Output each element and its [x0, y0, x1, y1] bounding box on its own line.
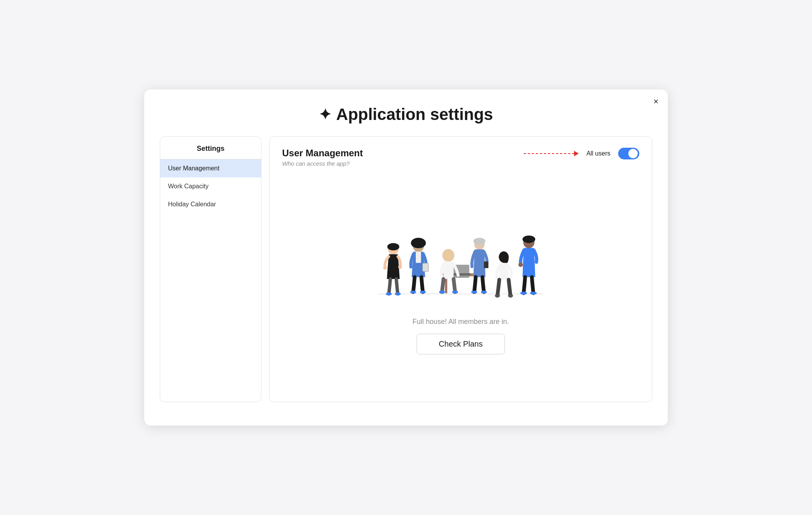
modal-container: × ✦ Application settings Settings User M…: [144, 89, 668, 426]
svg-point-11: [410, 290, 416, 293]
arrow-head: [574, 151, 579, 156]
svg-rect-9: [416, 251, 421, 263]
toggle-label: All users: [587, 150, 610, 157]
sidebar-header: Settings: [160, 137, 261, 159]
svg-point-12: [420, 290, 426, 293]
people-illustration: [363, 215, 558, 305]
svg-point-20: [452, 290, 458, 293]
sidebar-item-holiday-calendar[interactable]: Holiday Calendar: [160, 195, 261, 213]
svg-point-28: [508, 294, 513, 297]
all-users-toggle[interactable]: [618, 148, 639, 159]
main-panel: User Management Who can access the app? …: [269, 136, 652, 402]
svg-point-3: [383, 266, 387, 270]
panel-header: User Management Who can access the app? …: [282, 148, 639, 167]
panel-subtitle: Who can access the app?: [282, 160, 363, 167]
modal-title: ✦ Application settings: [160, 105, 652, 124]
svg-point-24: [471, 290, 477, 293]
dashed-line: [524, 153, 574, 154]
svg-point-2: [387, 243, 399, 250]
svg-rect-10: [422, 263, 428, 271]
close-button[interactable]: ×: [653, 97, 658, 106]
panel-header-right: All users: [524, 148, 639, 159]
dashed-arrow: [524, 151, 579, 156]
svg-point-18: [442, 249, 454, 262]
sidebar: Settings User Management Work Capacity H…: [160, 136, 261, 402]
svg-point-8: [411, 238, 426, 248]
panel-title-group: User Management Who can access the app?: [282, 148, 363, 167]
toggle-slider: [618, 148, 639, 159]
sidebar-item-work-capacity[interactable]: Work Capacity: [160, 177, 261, 195]
sparkle-icon: ✦: [319, 106, 331, 123]
illustration-text: Full house! All members are in.: [412, 318, 509, 326]
svg-point-30: [522, 235, 535, 243]
sidebar-item-user-management[interactable]: User Management: [160, 159, 261, 177]
svg-point-4: [398, 265, 402, 269]
illustration-area: Full house! All members are in. Check Pl…: [282, 176, 639, 389]
check-plans-button[interactable]: Check Plans: [417, 334, 505, 354]
svg-point-19: [439, 290, 445, 293]
svg-point-31: [519, 262, 523, 267]
svg-point-5: [386, 292, 392, 295]
svg-point-6: [395, 292, 401, 295]
svg-point-33: [530, 291, 537, 295]
svg-rect-23: [484, 261, 488, 268]
svg-point-27: [495, 294, 500, 297]
content-area: Settings User Management Work Capacity H…: [160, 136, 652, 402]
svg-point-25: [481, 290, 487, 293]
svg-point-32: [520, 291, 527, 295]
svg-point-22: [474, 238, 486, 244]
panel-title: User Management: [282, 148, 363, 159]
